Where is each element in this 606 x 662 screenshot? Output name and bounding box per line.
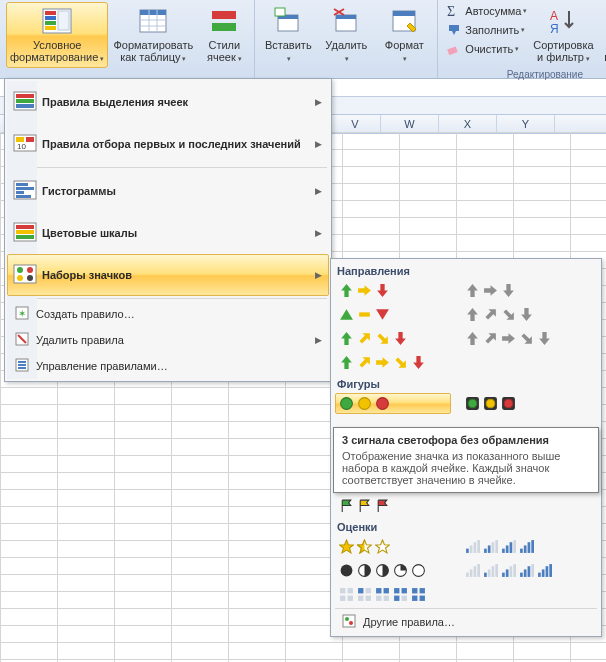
conditional-formatting-label-1: Условное [33,39,82,51]
eraser-icon [446,41,462,57]
delete-cells-icon [330,5,362,37]
iconset-5-boxes[interactable] [335,584,451,605]
svg-text:Я: Я [550,22,559,36]
svg-point-49 [17,275,23,281]
conditional-formatting-menu: Правила выделения ячеек ▶ 10 Правила отб… [4,78,332,382]
svg-text:✶: ✶ [18,308,26,319]
tooltip: 3 сигнала светофора без обрамления Отобр… [333,427,599,493]
ribbon-group-editing-label: Редактирование [442,68,606,80]
submenu-arrow-icon: ▶ [315,270,322,280]
svg-rect-95 [470,569,473,577]
svg-rect-111 [542,569,545,577]
menu-item-manage-rules[interactable]: Управление правилами… [7,353,329,379]
chevron-down-icon: ▾ [182,55,186,62]
svg-rect-109 [531,564,534,577]
new-rule-icon: ✶ [14,305,30,323]
format-cells-button[interactable]: Формат▾ [375,2,433,68]
svg-rect-80 [495,540,498,553]
iconset-4-arrows-colored[interactable] [335,328,451,349]
svg-rect-31 [16,99,34,103]
iconset-5-ratings[interactable] [461,560,577,581]
svg-rect-123 [384,588,389,593]
svg-rect-39 [16,187,34,190]
svg-rect-81 [502,549,505,553]
svg-point-135 [345,617,349,621]
conditional-formatting-button[interactable]: Условноеформатирование▾ [6,2,108,68]
svg-text:Σ: Σ [447,4,455,19]
svg-rect-84 [513,540,516,553]
svg-text:А: А [550,9,558,23]
insert-cells-button[interactable]: Вставить▾ [259,2,317,68]
chevron-down-icon: ▾ [515,45,519,53]
svg-rect-126 [394,588,399,593]
iconset-4-arrows-gray[interactable] [461,304,577,325]
svg-rect-101 [495,564,498,577]
cell-styles-button[interactable]: Стилиячеек▾ [198,2,250,68]
iconset-5-quarters[interactable] [335,560,451,581]
format-as-table-button[interactable]: Форматироватькак таблицу▾ [108,2,198,68]
fill-button[interactable]: Заполнить ▾ [446,21,527,39]
svg-rect-1 [45,11,56,15]
top-bottom-icon: 10 [11,129,39,159]
sort-filter-button[interactable]: АЯ Сортировкаи фильтр▾ [527,2,599,68]
iconset-3-arrows-colored[interactable] [335,280,451,301]
iconset-5-arrows-gray[interactable] [461,328,577,349]
iconset-3-triangles[interactable] [335,304,451,325]
svg-rect-46 [14,265,36,283]
iconset-3-traffic-lights-rimmed[interactable] [461,393,577,414]
menu-item-top-bottom-rules[interactable]: 10 Правила отбора первых и последних зна… [7,123,329,165]
column-header-y[interactable]: Y [497,115,555,133]
column-header-v[interactable]: V [330,115,381,133]
svg-rect-120 [358,596,363,601]
svg-rect-119 [366,588,371,593]
iconset-3-arrows-gray[interactable] [461,280,577,301]
delete-cells-button[interactable]: Удалить▾ [317,2,375,68]
column-header-x[interactable]: X [439,115,497,133]
svg-point-64 [359,398,371,410]
svg-rect-12 [212,11,236,19]
menu-item-color-scales[interactable]: Цветовые шкалы ▶ [7,212,329,254]
menu-item-data-bars[interactable]: Гистограммы ▶ [7,170,329,212]
gallery-section-shapes: Фигуры [335,376,597,393]
iconset-3-stars[interactable] [335,536,451,557]
svg-rect-40 [16,191,24,194]
ribbon-group-styles: Условноеформатирование▾ Форматироватькак… [0,0,255,78]
clear-button[interactable]: Очистить ▾ [446,40,527,58]
svg-rect-105 [513,564,516,577]
chevron-down-icon: ▾ [287,55,291,62]
svg-rect-13 [212,23,236,31]
svg-rect-78 [488,545,491,553]
clear-rules-icon [14,331,30,349]
svg-rect-16 [275,8,285,16]
svg-rect-117 [348,596,353,601]
svg-rect-5 [58,11,69,30]
svg-rect-2 [45,16,56,20]
menu-item-icon-sets[interactable]: Наборы значков ▶ [7,254,329,296]
delete-cells-label: Удалить [325,39,367,51]
menu-item-clear-rules[interactable]: Удалить правила ▶ [7,327,329,353]
svg-rect-76 [477,540,480,553]
gallery-more-rules[interactable]: Другие правила… [335,608,597,634]
iconset-3-traffic-lights-unrimmed[interactable] [335,393,451,414]
iconset-3-flags[interactable] [335,495,451,516]
svg-rect-115 [348,588,353,593]
find-select-button[interactable]: Найтивыдели [599,2,606,68]
fill-down-icon [446,22,462,38]
autosum-button[interactable]: Σ Автосумма ▾ [446,2,527,20]
svg-rect-18 [336,15,356,19]
column-header-w[interactable]: W [381,115,439,133]
svg-rect-112 [546,566,549,577]
iconset-4-ratings[interactable] [461,536,577,557]
svg-rect-74 [470,545,473,553]
svg-rect-98 [484,573,487,577]
svg-rect-3 [45,21,56,25]
submenu-arrow-icon: ▶ [315,335,322,345]
svg-rect-57 [18,364,26,366]
iconset-5-arrows-colored[interactable] [335,352,451,373]
ribbon-group-cells: Вставить▾ Удалить▾ Формат▾ . [255,0,438,78]
menu-item-highlight-cells-rules[interactable]: Правила выделения ячеек ▶ [7,81,329,123]
menu-item-new-rule[interactable]: ✶ Создать правило… [7,301,329,327]
svg-rect-133 [420,596,425,601]
icon-sets-gallery: Направления [330,258,602,637]
svg-rect-110 [538,573,541,577]
